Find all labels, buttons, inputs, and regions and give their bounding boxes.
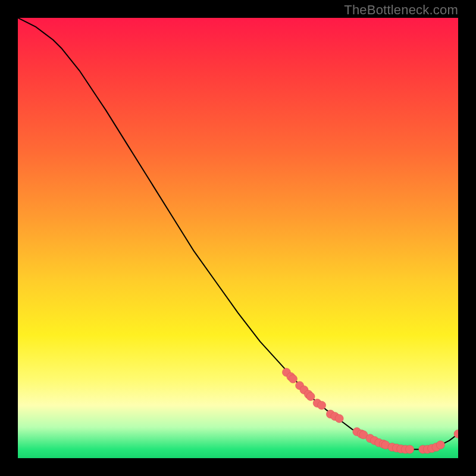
data-point <box>406 445 414 453</box>
data-point <box>306 392 315 400</box>
plot-area <box>18 18 458 458</box>
data-point <box>335 414 343 422</box>
data-point <box>318 401 326 409</box>
chart-svg <box>18 18 458 458</box>
curve-line <box>18 18 458 449</box>
watermark-text: TheBottleneck.com <box>344 2 458 18</box>
chart-frame: TheBottleneck.com <box>0 0 476 476</box>
data-point <box>289 375 298 383</box>
data-point <box>436 441 444 449</box>
